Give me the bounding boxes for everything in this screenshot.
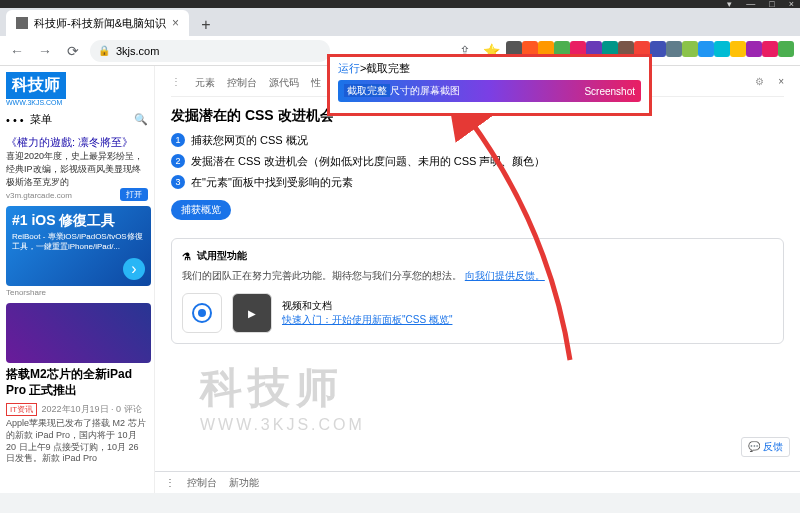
feedback-button[interactable]: 💬 反馈 <box>741 437 790 457</box>
lock-icon: 🔒 <box>98 45 110 56</box>
site-sidebar: 科技师 WWW.3KJS.COM • • • 菜单 🔍 《權力的遊戲: 凛冬將至… <box>0 66 155 493</box>
site-logo[interactable]: 科技师 <box>6 72 66 99</box>
run-label: 运行 <box>338 62 360 74</box>
video-thumb-icon: ▶ <box>232 293 272 333</box>
card-title: 试用型功能 <box>197 249 247 263</box>
window-maximize[interactable]: □ <box>769 0 774 9</box>
screenshot-badge: Screenshot <box>584 86 635 97</box>
browser-tab[interactable]: 科技师-科技新闻&电脑知识 × <box>6 10 189 36</box>
highlighted-text: 截取完整 <box>344 84 390 97</box>
experimental-card: ⚗试用型功能 我们的团队正在努力完善此功能。期待您与我们分享您的想法。 向我们提… <box>171 238 784 344</box>
site-logo-sub: WWW.3KJS.COM <box>6 99 148 106</box>
step-number: 1 <box>171 133 185 147</box>
step-item: 2发掘潜在 CSS 改进机会（例如低对比度问题、未用的 CSS 声明、颜色） <box>171 154 784 169</box>
step-text: 在"元素"面板中找到受影响的元素 <box>191 175 353 190</box>
quickstart-link[interactable]: 快速入门：开始使用新面板"CSS 概览" <box>282 314 452 325</box>
tab-favicon <box>16 17 28 29</box>
url-text: 3kjs.com <box>116 45 159 57</box>
devtools-tab[interactable]: 性 <box>311 77 321 88</box>
drawer-tab[interactable]: 控制台 <box>187 477 217 488</box>
step-item: 1捕获您网页的 CSS 概况 <box>171 133 784 148</box>
new-tab-button[interactable]: + <box>195 14 217 36</box>
tab-title: 科技师-科技新闻&电脑知识 <box>34 16 166 31</box>
devtools-close-icon[interactable]: × <box>778 76 784 90</box>
command-result-row[interactable]: 截取完整尺寸的屏幕截图 Screenshot <box>338 80 641 102</box>
extension-icon[interactable] <box>778 41 794 57</box>
menu-label[interactable]: 菜单 <box>30 112 52 127</box>
reload-button[interactable]: ⟳ <box>62 40 84 62</box>
steps-list: 1捕获您网页的 CSS 概况2发掘潜在 CSS 改进机会（例如低对比度问题、未用… <box>171 133 784 190</box>
browser-tabbar: 科技师-科技新闻&电脑知识 × + <box>0 8 800 36</box>
tab-close-icon[interactable]: × <box>172 16 179 30</box>
article-title[interactable]: 搭载M2芯片的全新iPad Pro 正式推出 <box>6 367 148 398</box>
ad-source: v3m.gtarcade.com <box>6 191 72 200</box>
card-body: 我们的团队正在努力完善此功能。期待您与我们分享您的想法。 <box>182 270 462 281</box>
text-ad[interactable]: 《權力的遊戲: 凛冬將至》 喜迎2020年度，史上最异彩纷呈，经典IP改编，影视… <box>6 135 148 202</box>
extension-icon[interactable] <box>762 41 778 57</box>
window-minimize[interactable]: — <box>746 0 755 9</box>
banner-title: #1 iOS 修復工具 <box>12 212 145 230</box>
result-rest: 尺寸的屏幕截图 <box>390 85 460 96</box>
back-button[interactable]: ← <box>6 40 28 62</box>
article-category[interactable]: IT资讯 <box>6 403 37 416</box>
ad-desc: 喜迎2020年度，史上最异彩纷呈，经典IP改编，影视级画风美显现终极斯洛至克罗的 <box>6 150 148 188</box>
devtools-tab[interactable]: 源代码 <box>269 77 299 88</box>
menu-icon[interactable]: • • • <box>6 114 24 126</box>
address-bar[interactable]: 🔒 3kjs.com <box>90 40 330 62</box>
banner-source: Tenorshare <box>6 288 148 297</box>
extension-icon[interactable] <box>666 41 682 57</box>
banner-sub: ReiBoot - 專業iOS/iPadOS/tvOS修復工具，一鍵重置iPho… <box>12 232 145 251</box>
forward-button[interactable]: → <box>34 40 56 62</box>
extension-icon[interactable] <box>746 41 762 57</box>
annotation-callout: 运行>截取完整 截取完整尺寸的屏幕截图 Screenshot <box>327 54 652 116</box>
ad-title: 《權力的遊戲: 凛冬將至》 <box>6 135 148 150</box>
devtools-tab[interactable]: 元素 <box>195 77 215 88</box>
drawer-tabs: ⋮控制台新功能 <box>155 471 800 493</box>
search-icon[interactable]: 🔍 <box>134 113 148 126</box>
step-number: 3 <box>171 175 185 189</box>
media-label: 视频和文档 <box>282 299 452 313</box>
feedback-link[interactable]: 向我们提供反馈。 <box>465 270 545 281</box>
capture-overview-button[interactable]: 捕获概览 <box>171 200 231 220</box>
window-close[interactable]: × <box>789 0 794 9</box>
extension-icon[interactable] <box>698 41 714 57</box>
window-dropdown[interactable]: ▾ <box>727 0 732 9</box>
extension-icon[interactable] <box>650 41 666 57</box>
banner-ad[interactable]: #1 iOS 修復工具 ReiBoot - 專業iOS/iPadOS/tvOS修… <box>6 206 151 286</box>
article-image[interactable] <box>6 303 151 363</box>
step-item: 3在"元素"面板中找到受影响的元素 <box>171 175 784 190</box>
flask-icon: ⚗ <box>182 251 191 262</box>
article-meta: 2022年10月19日 · 0 评论 <box>42 404 142 414</box>
extension-icon[interactable] <box>714 41 730 57</box>
drawer-tab[interactable]: 新功能 <box>229 477 259 488</box>
os-titlebar: ▾ — □ × <box>0 0 800 8</box>
step-number: 2 <box>171 154 185 168</box>
arrow-right-icon: › <box>123 258 145 280</box>
devtools-tab[interactable]: 控制台 <box>227 77 257 88</box>
step-text: 捕获您网页的 CSS 概况 <box>191 133 308 148</box>
svg-point-1 <box>198 309 206 317</box>
extension-icon[interactable] <box>682 41 698 57</box>
devtools-panel: ⋮ 元素控制台源代码性……………… ⚙ × 发掘潜在的 CSS 改进机会 1捕获… <box>155 66 800 493</box>
step-text: 发掘潜在 CSS 改进机会（例如低对比度问题、未用的 CSS 声明、颜色） <box>191 154 545 169</box>
article-excerpt: Apple苹果现已发布了搭载 M2 芯片的新款 iPad Pro，国内将于 10… <box>6 418 148 465</box>
chrome-icon <box>182 293 222 333</box>
page-viewport: 科技师 WWW.3KJS.COM • • • 菜单 🔍 《權力的遊戲: 凛冬將至… <box>0 66 800 493</box>
extension-icon[interactable] <box>730 41 746 57</box>
ad-open-button[interactable]: 打开 <box>120 188 148 201</box>
command-text: >截取完整 <box>360 62 410 74</box>
